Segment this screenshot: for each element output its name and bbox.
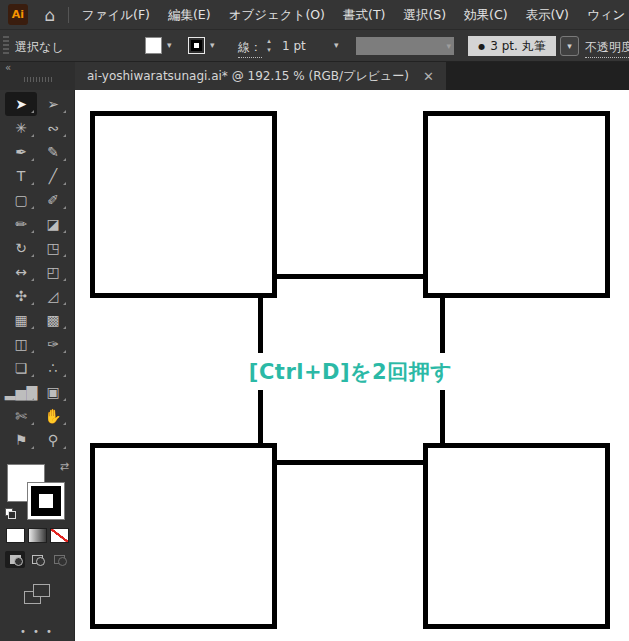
square-top-right[interactable] <box>423 111 610 298</box>
menu-divider <box>68 7 69 23</box>
profile-chevron-icon: ▾ <box>446 41 451 51</box>
fill-chevron-icon[interactable]: ▾ <box>167 40 172 50</box>
fill-color-swatch[interactable] <box>145 37 162 54</box>
tools-panel-header: « <box>0 62 75 90</box>
screen-mode-icon[interactable] <box>24 584 50 604</box>
menu-item-1[interactable]: 編集(E) <box>159 0 220 29</box>
rotate-tool[interactable]: ↻ <box>5 236 37 260</box>
column-graph-tool[interactable]: ▂▅▇ <box>5 380 37 404</box>
menu-item-6[interactable]: 表示(V) <box>517 0 578 29</box>
free-transform-tool[interactable]: ◰ <box>37 260 69 284</box>
brush-preview-icon: ● <box>478 42 485 51</box>
connector-line-bottom[interactable] <box>276 460 425 465</box>
rotate-view-tool[interactable]: ⚑ <box>5 428 37 452</box>
stroke-color-indicator[interactable] <box>27 482 65 520</box>
draw-behind-button[interactable] <box>27 551 47 568</box>
menu-item-2[interactable]: オブジェクト(O) <box>220 0 334 29</box>
menu-bar: Ai ⌂ ファイル(F)編集(E)オブジェクト(O)書式(T)選択(S)効果(C… <box>0 0 629 30</box>
panel-grip-handle[interactable] <box>3 36 9 56</box>
paintbrush-tool[interactable]: ✐ <box>37 188 69 212</box>
tools-panel-grip[interactable] <box>24 77 52 82</box>
stroke-width-stepper[interactable]: ▴ ▾ <box>263 36 275 56</box>
stroke-width-dropdown-icon[interactable]: ▾ <box>334 40 339 50</box>
tools-grid: ➤➢✳∾✒✎T╱▢✐✏◪↻◳↔◰✣◿▦▩◫✑❏∴▂▅▇▣✄✋⚑⚲ <box>5 92 69 452</box>
stepper-down-icon[interactable]: ▾ <box>267 46 271 55</box>
brush-dropdown[interactable]: ● 3 pt. 丸筆 <box>468 36 556 56</box>
close-tab-icon[interactable]: ✕ <box>423 69 434 84</box>
collapse-panel-icon[interactable]: « <box>5 62 11 73</box>
document-tab[interactable]: ai-yoshiwaratsunagi.ai* @ 192.15 % (RGB/… <box>75 62 446 90</box>
menu-items: ファイル(F)編集(E)オブジェクト(O)書式(T)選択(S)効果(C)表示(V… <box>73 0 629 29</box>
color-button[interactable] <box>6 528 25 543</box>
width-tool[interactable]: ↔ <box>5 260 37 284</box>
curvature-tool[interactable]: ✎ <box>37 140 69 164</box>
shaper-tool[interactable]: ✣ <box>5 284 37 308</box>
perspective-grid-tool[interactable]: ◿ <box>37 284 69 308</box>
symbol-sprayer-tool[interactable]: ∴ <box>37 356 69 380</box>
selection-status: 選択なし <box>15 39 64 56</box>
fill-stroke-control: ⇄ <box>5 460 69 522</box>
menu-item-7[interactable]: ウィンドウ( <box>578 0 629 29</box>
stepper-up-icon[interactable]: ▴ <box>267 37 271 46</box>
illustrator-window: Ai ⌂ ファイル(F)編集(E)オブジェクト(O)書式(T)選択(S)効果(C… <box>0 0 629 641</box>
square-bottom-right[interactable] <box>423 443 610 629</box>
menu-item-0[interactable]: ファイル(F) <box>73 0 159 29</box>
stroke-ring-icon <box>191 40 202 51</box>
draw-normal-button[interactable] <box>5 551 25 568</box>
scale-tool[interactable]: ◳ <box>37 236 69 260</box>
rectangle-tool[interactable]: ▢ <box>5 188 37 212</box>
document-tab-title: ai-yoshiwaratsunagi.ai* @ 192.15 % (RGB/… <box>87 68 409 85</box>
pencil-tool[interactable]: ✏ <box>5 212 37 236</box>
brush-chevron-button[interactable]: ▾ <box>560 36 579 56</box>
connector-line-top[interactable] <box>276 274 425 279</box>
menu-item-4[interactable]: 選択(S) <box>394 0 455 29</box>
none-button[interactable] <box>50 528 69 543</box>
draw-inside-button[interactable] <box>49 551 69 568</box>
hand-tool[interactable]: ✋ <box>37 404 69 428</box>
menu-item-5[interactable]: 効果(C) <box>455 0 516 29</box>
gradient-tool[interactable]: ▩ <box>37 308 69 332</box>
control-bar: 選択なし ▾ ▾ 線： ▴ ▾ 1 pt ▾ ▾ ● 3 pt. 丸筆 ▾ 不透… <box>0 30 629 62</box>
line-segment-tool[interactable]: ╱ <box>37 164 69 188</box>
artboard-canvas[interactable]: [Ctrl+D]を2回押す <box>75 90 629 641</box>
lasso-tool[interactable]: ∾ <box>37 116 69 140</box>
zoom-tool[interactable]: ⚲ <box>37 428 69 452</box>
type-tool[interactable]: T <box>5 164 37 188</box>
tools-panel: ➤➢✳∾✒✎T╱▢✐✏◪↻◳↔◰✣◿▦▩◫✑❏∴▂▅▇▣✄✋⚑⚲ ⇄ • • • <box>0 90 75 641</box>
artboard-tool[interactable]: ▣ <box>37 380 69 404</box>
edit-toolbar-icon[interactable]: • • • <box>20 626 54 637</box>
direct-selection-tool[interactable]: ➢ <box>37 92 69 116</box>
menu-item-3[interactable]: 書式(T) <box>334 0 394 29</box>
stroke-indicator-ring-icon <box>31 486 61 516</box>
shape-builder-tool[interactable]: ❏ <box>5 356 37 380</box>
brush-name: 3 pt. 丸筆 <box>490 38 545 55</box>
mesh-tool[interactable]: ▦ <box>5 308 37 332</box>
selection-tool[interactable]: ➤ <box>5 92 37 116</box>
swap-fill-stroke-icon[interactable]: ⇄ <box>60 460 69 473</box>
opacity-panel-link[interactable]: 不透明度 <box>585 39 629 58</box>
drawing-mode-buttons <box>5 551 69 568</box>
annotation-text[interactable]: [Ctrl+D]を2回押す <box>238 353 463 390</box>
stroke-color-swatch[interactable] <box>188 37 205 54</box>
slice-tool[interactable]: ✄ <box>5 404 37 428</box>
stroke-width-value[interactable]: 1 pt <box>282 39 306 53</box>
home-icon[interactable]: ⌂ <box>36 5 64 25</box>
square-bottom-left[interactable] <box>90 443 277 629</box>
default-fill-stroke-icon[interactable] <box>5 508 17 520</box>
eraser-tool[interactable]: ◪ <box>37 212 69 236</box>
magic-wand-tool[interactable]: ✳ <box>5 116 37 140</box>
stroke-chevron-icon[interactable]: ▾ <box>210 40 215 50</box>
square-top-left[interactable] <box>90 111 277 298</box>
document-tab-bar: « ai-yoshiwaratsunagi.ai* @ 192.15 % (RG… <box>0 62 629 90</box>
blend-tool[interactable]: ◫ <box>5 332 37 356</box>
app-logo-icon[interactable]: Ai <box>8 4 28 25</box>
stroke-panel-link[interactable]: 線： <box>238 39 262 58</box>
color-type-buttons <box>6 528 69 543</box>
gradient-button[interactable] <box>28 528 47 543</box>
main-area: ➤➢✳∾✒✎T╱▢✐✏◪↻◳↔◰✣◿▦▩◫✑❏∴▂▅▇▣✄✋⚑⚲ ⇄ • • • <box>0 90 629 641</box>
eyedropper-tool[interactable]: ✑ <box>37 332 69 356</box>
width-profile-dropdown[interactable]: ▾ <box>356 37 454 55</box>
pen-tool[interactable]: ✒ <box>5 140 37 164</box>
